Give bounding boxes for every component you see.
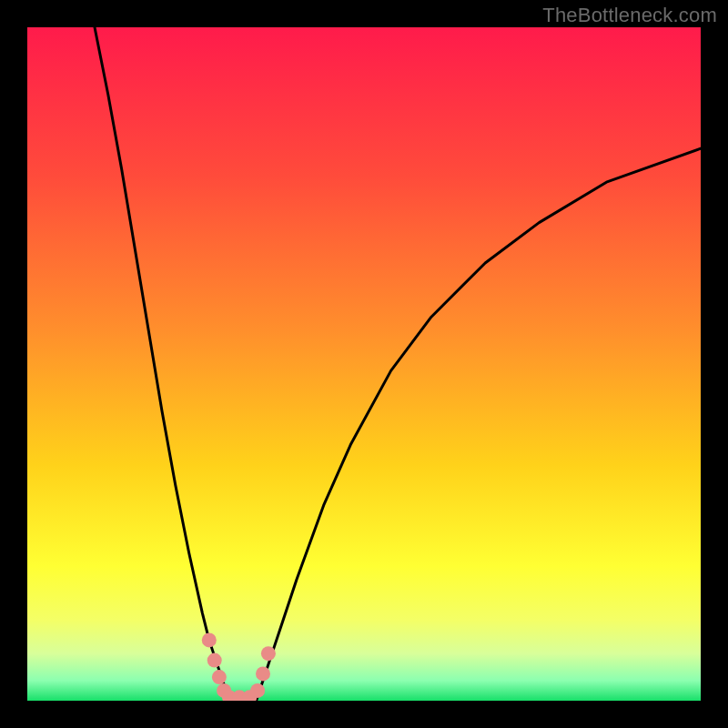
plot-area bbox=[27, 27, 701, 701]
marker-dot bbox=[212, 670, 227, 684]
curves-layer bbox=[27, 27, 701, 701]
chart-frame: TheBottleneck.com bbox=[0, 0, 728, 728]
marker-dot bbox=[261, 646, 276, 661]
watermark-text: TheBottleneck.com bbox=[542, 4, 717, 27]
marker-dot bbox=[207, 653, 222, 668]
series-left-curve bbox=[95, 27, 229, 701]
marker-dot bbox=[202, 632, 217, 647]
marker-dot bbox=[250, 683, 265, 698]
series-right-curve bbox=[257, 148, 701, 701]
marker-dot bbox=[256, 666, 270, 681]
